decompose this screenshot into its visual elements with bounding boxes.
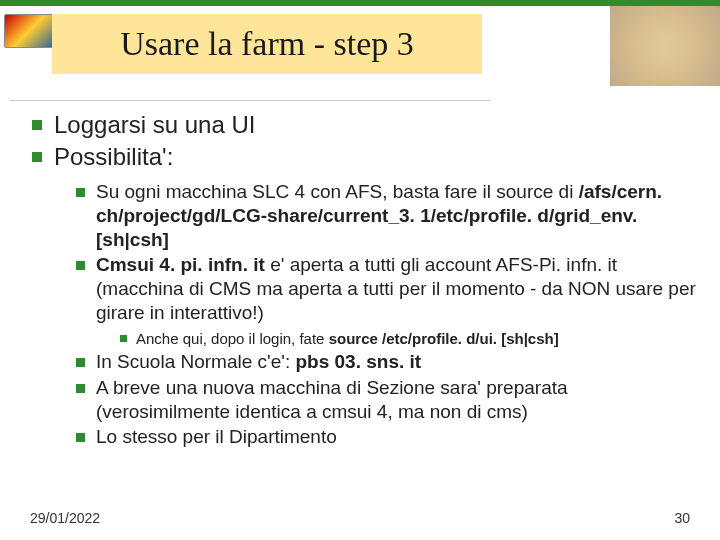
slide-footer: 29/01/2022 30 — [30, 510, 690, 526]
slide-title: Usare la farm - step 3 — [120, 25, 414, 63]
bullet-l2-slc4-pre: Su ogni macchina SLC 4 con AFS, basta fa… — [96, 181, 579, 202]
footer-date: 29/01/2022 — [30, 510, 100, 526]
cms-logo — [4, 14, 54, 48]
bullet-l2-sns-host: pbs 03. sns. it — [295, 351, 421, 372]
bullet-l2-cmsui4: Cmsui 4. pi. infn. it e' aperta a tutti … — [74, 253, 700, 348]
slide-body: Loggarsi su una UI Possibilita': Su ogni… — [30, 110, 700, 451]
bullet-l1-possibilita-label: Possibilita': — [54, 143, 173, 170]
decorative-corner-image — [610, 6, 720, 86]
footer-page-number: 30 — [674, 510, 690, 526]
bullet-l3-source: Anche qui, dopo il login, fate source /e… — [118, 329, 700, 349]
bullet-l1-login: Loggarsi su una UI — [30, 110, 700, 140]
title-container: Usare la farm - step 3 — [52, 14, 482, 74]
bullet-l2-slc4: Su ogni macchina SLC 4 con AFS, basta fa… — [74, 180, 700, 251]
top-accent-bar — [0, 0, 720, 6]
bullet-l2-cmsui4-host: Cmsui 4. pi. infn. it — [96, 254, 265, 275]
bullet-l2-sezione: A breve una nuova macchina di Sezione sa… — [74, 376, 700, 424]
title-underline — [10, 100, 490, 101]
bullet-l2-sns: In Scuola Normale c'e': pbs 03. sns. it — [74, 350, 700, 374]
bullet-l3-source-cmd: source /etc/profile. d/ui. [sh|csh] — [329, 330, 559, 347]
bullet-l1-possibilita: Possibilita': Su ogni macchina SLC 4 con… — [30, 142, 700, 449]
bullet-l2-dipartimento: Lo stesso per il Dipartimento — [74, 425, 700, 449]
bullet-l2-sns-pre: In Scuola Normale c'e': — [96, 351, 295, 372]
bullet-l3-source-pre: Anche qui, dopo il login, fate — [136, 330, 329, 347]
